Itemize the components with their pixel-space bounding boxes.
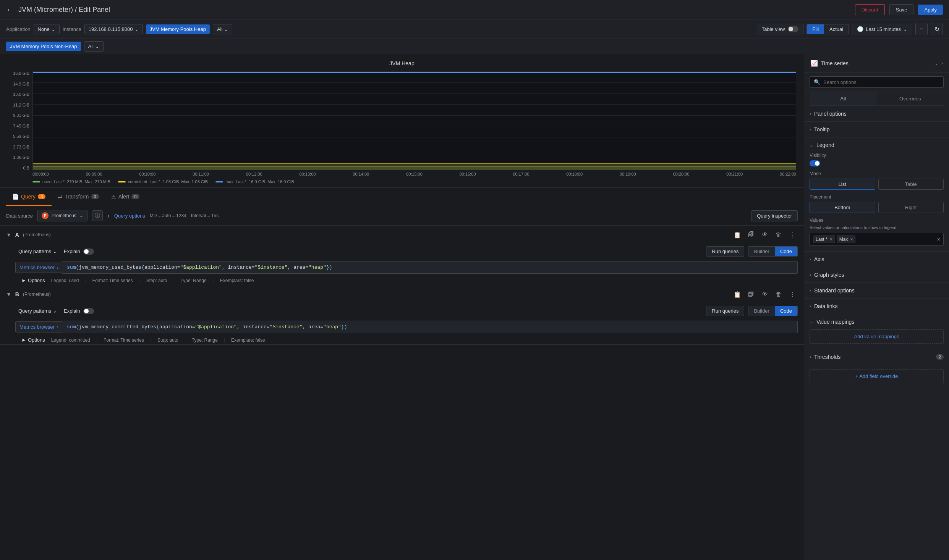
zoom-out-button[interactable]: − bbox=[915, 23, 928, 35]
tab-overrides[interactable]: Overrides bbox=[877, 92, 944, 105]
fill-button[interactable]: Fill bbox=[807, 24, 824, 34]
explain-toggle-a-switch[interactable] bbox=[83, 249, 94, 255]
run-queries-a-button[interactable]: Run queries bbox=[706, 246, 744, 257]
exemplars-b: Exemplars: false bbox=[231, 337, 265, 343]
section-panel-options[interactable]: › Panel options bbox=[804, 106, 949, 121]
toggle-visibility-a-button[interactable]: 👁 bbox=[760, 229, 770, 240]
search-input[interactable] bbox=[823, 79, 939, 85]
option-tabs: All Overrides bbox=[810, 92, 944, 106]
delete-query-b-button[interactable]: 🗑 bbox=[773, 289, 784, 300]
x-axis-label: 00:11:00 bbox=[193, 172, 209, 176]
apply-button[interactable]: Apply bbox=[918, 5, 943, 15]
fill-actual-toggle[interactable]: Fill Actual bbox=[806, 24, 849, 34]
query-options-link[interactable]: Query options bbox=[114, 213, 145, 219]
discard-button[interactable]: Discard bbox=[855, 4, 885, 15]
filter-bar-2: JVM Memory Pools Non-Heap All ⌄ bbox=[0, 39, 949, 54]
time-range-button[interactable]: 🕘 Last 15 minutes ⌄ bbox=[852, 24, 912, 34]
graph-styles-title: Graph styles bbox=[814, 272, 944, 278]
memory-pools-nonheap-chip[interactable]: JVM Memory Pools Non-Heap bbox=[6, 42, 81, 51]
options-toggle-b[interactable]: ► Options bbox=[21, 337, 45, 343]
table-view-dot[interactable] bbox=[788, 26, 798, 32]
actual-button[interactable]: Actual bbox=[824, 24, 849, 34]
code-a-button[interactable]: Code bbox=[775, 247, 797, 256]
collapse-b-button[interactable]: ▼ bbox=[6, 291, 11, 297]
add-field-override-button[interactable]: + Add field override bbox=[810, 369, 944, 383]
section-graph-styles[interactable]: › Graph styles bbox=[804, 267, 949, 282]
legend-last: Last *: 16.0 GiB bbox=[236, 179, 265, 184]
tab-all[interactable]: All bbox=[810, 92, 877, 105]
builder-a-button[interactable]: Builder bbox=[748, 247, 774, 256]
memory-pools-nonheap-dropdown[interactable]: All ⌄ bbox=[84, 41, 104, 52]
refresh-button[interactable]: ↻ bbox=[931, 23, 943, 35]
section-standard-options[interactable]: › Standard options bbox=[804, 282, 949, 298]
instance-dropdown[interactable]: 192.168.0.115:8000 ⌄ bbox=[84, 24, 143, 34]
value-chip-last: Last * × bbox=[813, 236, 835, 243]
tab-alert-label: Alert bbox=[118, 194, 130, 200]
panel-options-title: Panel options bbox=[814, 111, 944, 117]
query-block-b: ▼ B (Prometheus) 📋 🗐 👁 🗑 ⋮ Query pattern… bbox=[0, 285, 804, 345]
mode-list-button[interactable]: List bbox=[810, 179, 875, 190]
options-toggle-a[interactable]: ► Options bbox=[21, 278, 45, 283]
tab-transform[interactable]: ⇄ Transform 0 bbox=[52, 188, 105, 206]
explain-toggle-b-switch[interactable] bbox=[83, 308, 94, 314]
add-value-mappings-button[interactable]: Add value mappings bbox=[810, 329, 944, 344]
page-title: JVM (Micrometer) / Edit Panel bbox=[18, 6, 850, 14]
duplicate-query-b-button[interactable]: 🗐 bbox=[746, 289, 756, 300]
visibility-toggle[interactable] bbox=[810, 160, 820, 166]
more-options-b-button[interactable]: ⋮ bbox=[787, 289, 798, 300]
panel-type-header[interactable]: 📈 Time series ⌄ › bbox=[804, 54, 949, 73]
placement-bottom-button[interactable]: Bottom bbox=[810, 202, 875, 213]
chip-max-close[interactable]: × bbox=[850, 237, 853, 242]
search-wrap[interactable]: 🔍 bbox=[810, 76, 944, 88]
section-axis[interactable]: › Axis bbox=[804, 251, 949, 267]
query-inspector-button[interactable]: Query inspector bbox=[751, 210, 798, 221]
clear-all-values-button[interactable]: × bbox=[937, 236, 940, 242]
save-button[interactable]: Save bbox=[889, 4, 914, 15]
transform-badge: 0 bbox=[91, 194, 99, 199]
tab-alert[interactable]: ⚠ Alert 0 bbox=[105, 188, 146, 206]
tab-transform-label: Transform bbox=[65, 194, 89, 200]
standard-options-title: Standard options bbox=[814, 287, 944, 294]
query-tabs: 📄 Query 3 ⇄ Transform 0 ⚠ Alert 0 bbox=[0, 188, 804, 206]
more-options-a-button[interactable]: ⋮ bbox=[787, 229, 798, 240]
query-patterns-b-button[interactable]: Query patterns ⌄ bbox=[15, 307, 60, 315]
query-patterns-a-button[interactable]: Query patterns ⌄ bbox=[15, 247, 60, 256]
section-data-links[interactable]: › Data links bbox=[804, 298, 949, 314]
table-view-toggle[interactable]: Table view bbox=[757, 24, 804, 34]
y-axis-label: 7.45 GiB bbox=[13, 124, 29, 128]
duplicate-query-a-button[interactable]: 🗐 bbox=[746, 229, 756, 240]
info-icon-button[interactable]: ⓘ bbox=[92, 210, 103, 221]
code-b-button[interactable]: Code bbox=[775, 306, 797, 316]
thresholds-title: Thresholds bbox=[814, 354, 933, 360]
copy-query-a-button[interactable]: 📋 bbox=[732, 229, 743, 240]
datasource-select[interactable]: P Prometheus ⌄ bbox=[37, 210, 87, 221]
memory-pools-heap-chip[interactable]: JVM Memory Pools Heap bbox=[146, 24, 210, 34]
delete-query-a-button[interactable]: 🗑 bbox=[773, 229, 784, 240]
value-mappings-chevron: ⌄ bbox=[810, 319, 813, 324]
values-multiselect[interactable]: Last * × Max × × bbox=[810, 233, 944, 246]
section-tooltip[interactable]: › Tooltip bbox=[804, 121, 949, 137]
back-icon[interactable]: ← bbox=[6, 5, 14, 14]
collapse-a-button[interactable]: ▼ bbox=[6, 232, 11, 238]
placement-right-button[interactable]: Right bbox=[878, 202, 944, 213]
panel-expand-icon: › bbox=[941, 61, 943, 66]
mode-table-button[interactable]: Table bbox=[878, 179, 944, 190]
query-input-a[interactable]: sum(jvm_memory_used_bytes{application="$… bbox=[62, 261, 798, 274]
section-legend[interactable]: ⌄ Legend bbox=[804, 137, 949, 153]
memory-pools-heap-dropdown[interactable]: All ⌄ bbox=[213, 24, 232, 34]
metrics-browser-b-button[interactable]: Metrics browser › bbox=[15, 321, 62, 332]
section-thresholds[interactable]: › Thresholds 2 bbox=[804, 349, 949, 365]
section-value-mappings[interactable]: ⌄ Value mappings bbox=[804, 314, 949, 329]
chip-last-close[interactable]: × bbox=[830, 237, 832, 242]
builder-b-button[interactable]: Builder bbox=[748, 306, 774, 316]
legend-item: committed Last *: 1.03 GiB Max: 1.03 GiB bbox=[118, 179, 208, 184]
legend-label: committed bbox=[128, 179, 147, 184]
copy-query-b-button[interactable]: 📋 bbox=[732, 289, 743, 300]
values-desc: Select values or calculations to show in… bbox=[810, 225, 944, 230]
toggle-visibility-b-button[interactable]: 👁 bbox=[760, 289, 770, 300]
application-dropdown[interactable]: None ⌄ bbox=[34, 24, 60, 34]
metrics-browser-a-button[interactable]: Metrics browser › bbox=[15, 262, 62, 273]
query-input-b[interactable]: sum(jvm_memory_committed_bytes{applicati… bbox=[62, 321, 798, 333]
tab-query[interactable]: 📄 Query 3 bbox=[6, 188, 52, 206]
run-queries-b-button[interactable]: Run queries bbox=[706, 306, 744, 316]
